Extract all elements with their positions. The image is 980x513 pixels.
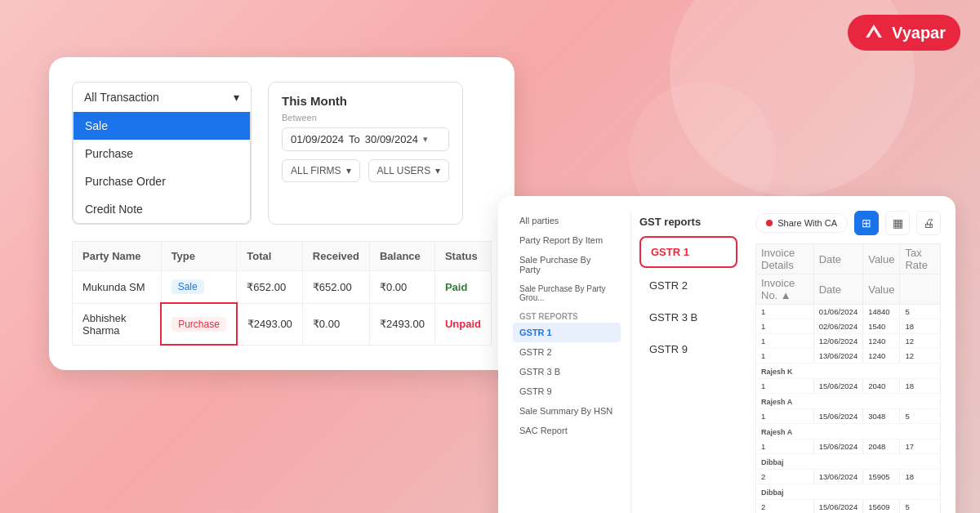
gst-dropdown-panel: GST reports GSTR 1 GSTR 2 GSTR 3 B GSTR … bbox=[631, 211, 746, 513]
date-cell: 12/06/2024 bbox=[813, 334, 863, 349]
sidebar-item-sac-report[interactable]: SAC Report bbox=[513, 421, 621, 440]
sidebar-item-gstr1[interactable]: GSTR 1 bbox=[513, 323, 621, 342]
sidebar-item-party-report-by-item[interactable]: Party Report By Item bbox=[513, 230, 621, 250]
sidebar-item-sale-summary-hsn[interactable]: Sale Summary By HSN bbox=[513, 401, 621, 421]
invoice-no-cell: 1 bbox=[756, 439, 814, 454]
gst-option-gstr2[interactable]: GSTR 2 bbox=[639, 271, 737, 300]
transaction-dropdown[interactable]: All Transaction ▾ Sale Purchase Purchase… bbox=[72, 82, 252, 225]
section-label: Rajesh A bbox=[756, 424, 941, 439]
received-cell: ₹652.00 bbox=[302, 271, 369, 304]
dropdown-option-credit-note[interactable]: Credit Note bbox=[74, 195, 250, 223]
table-row: Mukunda SM Sale ₹652.00 ₹652.00 ₹0.00 Pa… bbox=[73, 271, 492, 304]
right-card-sidebar: All parties Party Report By Item Sale Pu… bbox=[513, 211, 631, 513]
gst-reports-section-title: GST reports bbox=[513, 307, 621, 323]
total-cell: ₹652.00 bbox=[237, 271, 303, 304]
invoice-no-cell: 1 bbox=[756, 409, 814, 424]
value-cell: 3048 bbox=[863, 409, 900, 424]
table-row: Abhishek Sharma Purchase ₹2493.00 ₹0.00 … bbox=[73, 303, 492, 345]
total-cell: ₹2493.00 bbox=[237, 303, 303, 345]
rate-cell: 12 bbox=[900, 349, 941, 364]
table-row: 2 15/06/2024 15609 5 bbox=[756, 500, 941, 514]
rate-cell: 5 bbox=[900, 305, 941, 319]
gst-panel-title: GST reports bbox=[639, 211, 737, 236]
transaction-dropdown-label: All Transaction bbox=[84, 91, 159, 104]
print-icon: 🖨 bbox=[923, 216, 934, 230]
type-badge-sale: Sale bbox=[172, 279, 204, 294]
gst-option-gstr1[interactable]: GSTR 1 bbox=[639, 236, 737, 268]
filter-dropdowns: ALL FIRMS ▾ ALL USERS ▾ bbox=[282, 159, 449, 182]
section-label: Rajesh A bbox=[756, 394, 941, 409]
to-date: 30/09/2024 bbox=[365, 133, 418, 145]
value-cell: 1240 bbox=[863, 349, 900, 364]
sidebar-item-sale-purchase-by-party-group[interactable]: Sale Purchase By Party Grou... bbox=[513, 279, 621, 307]
section-header-rajesh-a2: Rajesh A bbox=[756, 424, 941, 439]
sidebar-item-gstr2[interactable]: GSTR 2 bbox=[513, 342, 621, 362]
sidebar-item-gstr3b[interactable]: GSTR 3 B bbox=[513, 362, 621, 381]
status-badge-paid: Paid bbox=[445, 281, 467, 293]
type-cell: Sale bbox=[161, 271, 237, 304]
sidebar-item-gstr9[interactable]: GSTR 9 bbox=[513, 381, 621, 401]
chart-view-button[interactable]: ▦ bbox=[885, 211, 910, 235]
table-row: 1 01/06/2024 14840 5 bbox=[756, 305, 941, 319]
rate-cell: 5 bbox=[900, 409, 941, 424]
sidebar-item-all-parties[interactable]: All parties bbox=[513, 211, 621, 230]
balance-cell: ₹0.00 bbox=[369, 271, 434, 304]
dropdown-option-purchase[interactable]: Purchase bbox=[74, 140, 250, 167]
col-tax-rate: Tax Rate bbox=[900, 244, 941, 274]
value-cell: 15905 bbox=[863, 470, 900, 484]
notification-dot bbox=[766, 220, 773, 226]
col-total: Total bbox=[237, 242, 303, 271]
table-header-row: Party Name Type Total Received Balance S… bbox=[73, 242, 492, 271]
chart-icon: ▦ bbox=[893, 216, 903, 230]
col-status: Status bbox=[434, 242, 491, 271]
status-cell: Paid bbox=[434, 271, 491, 304]
col-date: Date bbox=[813, 244, 863, 274]
invoice-no-cell: 1 bbox=[756, 334, 814, 349]
share-with-ca-button[interactable]: Share With CA bbox=[755, 213, 848, 233]
left-card: All Transaction ▾ Sale Purchase Purchase… bbox=[49, 57, 514, 370]
from-date: 01/09/2024 bbox=[291, 133, 344, 145]
firms-label: ALL FIRMS bbox=[291, 165, 341, 176]
users-label: ALL USERS bbox=[377, 165, 431, 176]
table-row: 1 13/06/2024 1240 12 bbox=[756, 349, 941, 364]
transaction-table-section: Party Name Type Total Received Balance S… bbox=[72, 241, 492, 346]
users-dropdown[interactable]: ALL USERS ▾ bbox=[368, 159, 450, 182]
gst-table-header-row: Invoice Details Date Value Tax Rate bbox=[756, 244, 941, 274]
value-cell: 2040 bbox=[863, 379, 900, 394]
col-invoice-no: Invoice Details bbox=[756, 244, 814, 274]
type-badge-purchase: Purchase bbox=[172, 317, 226, 332]
date-range-row[interactable]: 01/09/2024 To 30/09/2024 ▾ bbox=[282, 127, 449, 151]
received-cell: ₹0.00 bbox=[302, 303, 369, 345]
dropdown-option-purchase-order[interactable]: Purchase Order bbox=[74, 167, 250, 195]
section-label: Rajesh K bbox=[756, 364, 941, 379]
gst-option-gstr3b[interactable]: GSTR 3 B bbox=[639, 303, 737, 332]
value-cell: 15609 bbox=[863, 500, 900, 514]
filter-row: All Transaction ▾ Sale Purchase Purchase… bbox=[72, 82, 492, 225]
right-card: All parties Party Report By Item Sale Pu… bbox=[498, 196, 956, 513]
transaction-dropdown-header[interactable]: All Transaction ▾ bbox=[73, 83, 251, 112]
section-header-rajesh-a: Rajesh A bbox=[756, 394, 941, 409]
gst-report-table: Invoice Details Date Value Tax Rate Invo… bbox=[755, 243, 941, 513]
vyapar-logo: Vyapar bbox=[848, 15, 960, 51]
date-cell: 13/06/2024 bbox=[813, 470, 863, 484]
value-cell: 14840 bbox=[863, 305, 900, 319]
invoice-no-cell: 1 bbox=[756, 349, 814, 364]
dropdown-option-sale[interactable]: Sale bbox=[74, 112, 250, 140]
date-cell: 01/06/2024 bbox=[813, 305, 863, 319]
sidebar-item-sale-purchase-by-party[interactable]: Sale Purchase By Party bbox=[513, 250, 621, 279]
table-row: 2 13/06/2024 15905 18 bbox=[756, 470, 941, 484]
col-invoice-no-sub: Invoice No. ▲ bbox=[756, 274, 814, 305]
print-button[interactable]: 🖨 bbox=[916, 211, 941, 235]
firms-dropdown[interactable]: ALL FIRMS ▾ bbox=[282, 159, 360, 182]
date-title: This Month bbox=[282, 94, 449, 108]
table-view-button[interactable]: ⊞ bbox=[854, 211, 879, 235]
invoice-no-cell: 1 bbox=[756, 319, 814, 334]
status-cell: Unpaid bbox=[434, 303, 491, 345]
date-cell: 15/06/2024 bbox=[813, 409, 863, 424]
date-cell: 15/06/2024 bbox=[813, 500, 863, 514]
col-value: Value bbox=[863, 244, 900, 274]
col-value-sub: Value bbox=[863, 274, 900, 305]
share-btn-label: Share With CA bbox=[777, 218, 837, 228]
rate-cell: 17 bbox=[900, 439, 941, 454]
gst-option-gstr9[interactable]: GSTR 9 bbox=[639, 335, 737, 364]
